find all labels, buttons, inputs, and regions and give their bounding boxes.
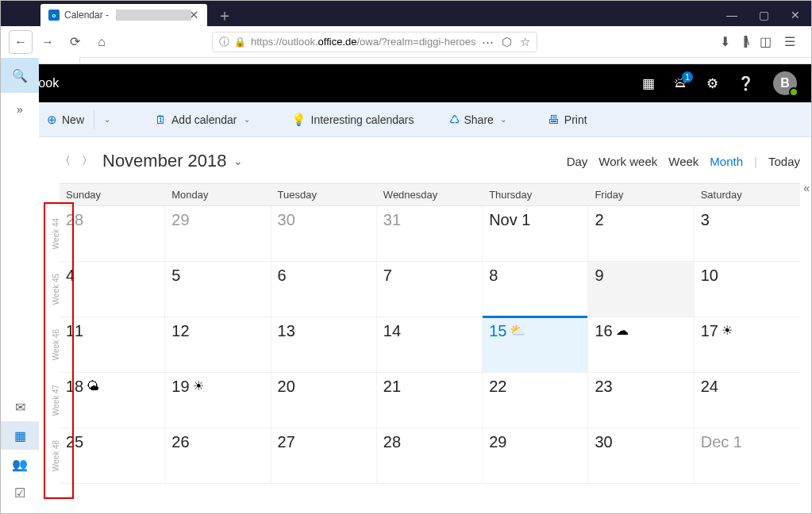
maximize-button[interactable]: ▢ <box>748 4 779 26</box>
day-number: 30 <box>278 211 295 228</box>
view-week[interactable]: Week <box>668 155 698 168</box>
day-cell[interactable]: 29 <box>483 428 588 483</box>
day-number: 18 <box>66 378 83 395</box>
print-label: Print <box>564 113 587 126</box>
day-cell[interactable]: 22 <box>483 373 588 428</box>
day-cell[interactable]: 28 <box>377 428 483 483</box>
day-cell[interactable]: 18🌤 <box>60 373 165 428</box>
view-month[interactable]: Month <box>710 155 743 168</box>
day-cell[interactable]: 21 <box>377 373 483 428</box>
week-row: 18🌤19☀2021222324 <box>60 373 800 428</box>
day-cell[interactable]: 29 <box>165 206 271 261</box>
day-cell[interactable]: 15⛅ <box>483 317 588 372</box>
day-cell[interactable]: 2 <box>588 206 694 261</box>
calendar-module-icon[interactable]: ▦ <box>1 421 39 450</box>
day-number: 12 <box>171 322 189 339</box>
page-top-strip <box>1 58 811 64</box>
view-today[interactable]: Today <box>768 155 800 168</box>
help-icon[interactable]: ❔ <box>737 75 754 92</box>
forward-button[interactable]: → <box>36 30 60 54</box>
day-header: Thursday <box>483 184 588 205</box>
browser-nav-bar: ← → ⟳ ⌂ ⓘ 🔒 https://outlook.office.de/ow… <box>1 26 811 58</box>
day-cell[interactable]: 23 <box>588 373 694 428</box>
prev-month-icon[interactable]: 〈 <box>60 154 71 168</box>
minimize-button[interactable]: — <box>716 4 748 26</box>
library-icon[interactable]: |||\ <box>743 34 747 49</box>
day-cell[interactable]: 9 <box>588 262 694 316</box>
add-calendar-button[interactable]: 🗓 Add calendar ⌄ <box>148 109 256 129</box>
new-label: New <box>62 113 84 126</box>
day-cell[interactable]: 14 <box>377 317 483 372</box>
day-cell[interactable]: 7 <box>377 262 483 316</box>
day-cell[interactable]: 3 <box>695 206 800 261</box>
next-month-icon[interactable]: 〉 <box>82 154 93 168</box>
day-cell[interactable]: 19☀ <box>165 373 271 428</box>
outlook-favicon: o <box>48 10 60 21</box>
day-cell[interactable]: 12 <box>165 317 271 372</box>
bookmark-icon[interactable]: ☆ <box>520 35 530 49</box>
download-icon[interactable]: ⬇ <box>720 34 730 49</box>
day-cell[interactable]: 8 <box>483 262 588 316</box>
day-number: Nov 1 <box>489 211 530 228</box>
print-button[interactable]: 🖶 Print <box>541 109 594 129</box>
reload-button[interactable]: ⟳ <box>63 30 87 54</box>
day-cell[interactable]: 10 <box>695 262 800 316</box>
new-button[interactable]: ⊕ New ⌄ <box>40 107 117 132</box>
chevron-down-icon: ⌄ <box>500 115 506 124</box>
avatar[interactable]: B <box>773 71 797 95</box>
browser-tab[interactable]: o Calendar - ✕ <box>40 4 207 26</box>
close-window-button[interactable]: ✕ <box>779 4 811 26</box>
day-cell[interactable]: 26 <box>165 428 271 483</box>
interesting-calendars-button[interactable]: 💡 Interesting calendars <box>285 109 421 130</box>
day-cell[interactable]: 24 <box>695 373 800 428</box>
separator: | <box>754 155 757 168</box>
notifications-icon[interactable]: 🛎 1 <box>674 75 687 91</box>
day-number: Dec 1 <box>701 433 742 451</box>
day-cell[interactable]: 13 <box>271 317 377 372</box>
menu-icon[interactable]: ☰ <box>784 34 795 49</box>
home-button[interactable]: ⌂ <box>90 30 114 54</box>
day-number: 4 <box>66 267 75 284</box>
chevron-down-icon[interactable]: ⌄ <box>104 115 110 124</box>
people-module-icon[interactable]: 👥 <box>1 450 39 478</box>
calendar-surface: 〈 〉 November 2018 ⌄ Day Work week Week M… <box>39 137 811 514</box>
day-cell[interactable]: 27 <box>271 428 377 483</box>
share-label: Share <box>464 113 494 126</box>
day-cell[interactable]: Nov 1 <box>483 206 588 261</box>
day-cell[interactable]: Dec 1 <box>695 428 800 483</box>
day-cell[interactable]: 11 <box>60 317 165 372</box>
day-cell[interactable]: 17☀ <box>695 317 800 372</box>
plus-icon: ⊕ <box>47 113 57 127</box>
day-cell[interactable]: 16☁ <box>588 317 694 372</box>
expand-pane-icon[interactable]: » <box>1 93 39 126</box>
info-icon[interactable]: ⓘ <box>219 35 229 49</box>
view-day[interactable]: Day <box>567 155 588 168</box>
pocket-icon[interactable]: ⬡ <box>502 35 512 49</box>
view-workweek[interactable]: Work week <box>598 155 657 168</box>
sidebar-toggle-icon[interactable]: ◫ <box>760 34 772 49</box>
search-icon[interactable]: 🔍 <box>1 58 39 93</box>
day-cell[interactable]: 30 <box>588 428 694 483</box>
day-cell[interactable]: 31 <box>377 206 483 261</box>
month-picker[interactable]: November 2018 ⌄ <box>102 151 243 171</box>
app-launcher-icon[interactable]: ▦ <box>642 75 655 92</box>
mail-module-icon[interactable]: ✉ <box>1 393 39 421</box>
day-cell[interactable]: 28 <box>60 206 165 261</box>
share-button[interactable]: ♺ Share ⌄ <box>443 109 513 130</box>
tasks-module-icon[interactable]: ☑ <box>1 478 39 507</box>
day-cell[interactable]: 6 <box>271 262 377 316</box>
day-header: Wednesday <box>377 184 483 205</box>
new-tab-button[interactable]: ＋ <box>207 5 242 26</box>
day-cell[interactable]: 20 <box>271 373 377 428</box>
day-cell[interactable]: 25 <box>60 428 165 483</box>
settings-gear-icon[interactable]: ⚙ <box>706 75 718 92</box>
week-row: 252627282930Dec 1 <box>60 428 800 484</box>
page-actions-icon[interactable]: ⋯ <box>482 35 494 49</box>
day-number: 24 <box>701 378 718 395</box>
day-cell[interactable]: 4 <box>60 262 165 316</box>
collapse-right-icon[interactable]: « <box>803 182 810 194</box>
address-bar[interactable]: ⓘ 🔒 https://outlook.office.de/owa/?realm… <box>212 32 537 52</box>
day-cell[interactable]: 30 <box>271 206 377 261</box>
day-cell[interactable]: 5 <box>165 262 271 316</box>
back-button[interactable]: ← <box>9 30 33 54</box>
